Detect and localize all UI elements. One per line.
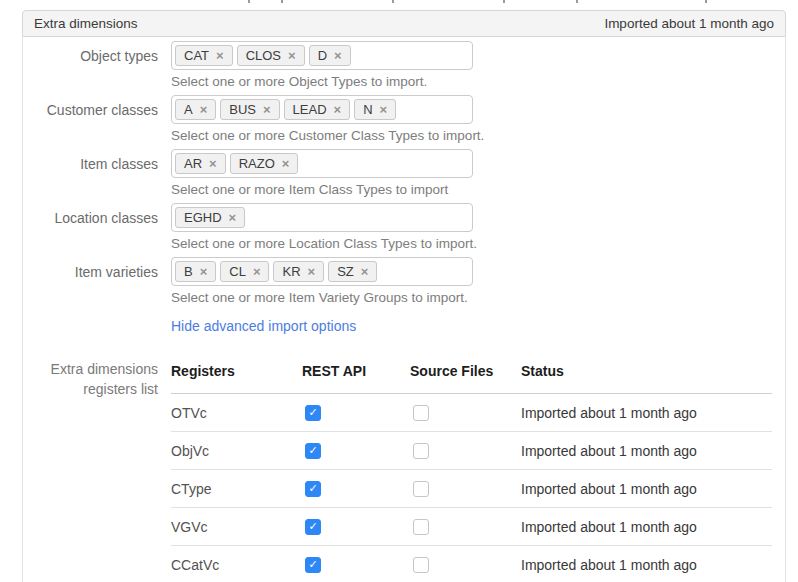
location-classes-input[interactable]: EGHD× [171, 203, 473, 232]
clipped-text-fragment [392, 0, 394, 3]
location-classes-help: Select one or more Location Class Types … [171, 236, 473, 251]
tag: EGHD× [175, 207, 245, 228]
customer-classes-help: Select one or more Customer Class Types … [171, 128, 473, 143]
tag: CLOS× [237, 45, 305, 66]
tag-label: CLOS [246, 46, 281, 65]
item-varieties-input[interactable]: B× CL× KR× SZ× [171, 257, 473, 286]
tag-label: CL [229, 262, 246, 281]
col-header-status: Status [521, 350, 772, 394]
tag-label: A [184, 100, 193, 119]
item-classes-input[interactable]: AR× RAZO× [171, 149, 473, 178]
remove-tag-icon[interactable]: × [200, 100, 208, 119]
object-types-label: Object types [23, 41, 158, 89]
tag: RAZO× [230, 153, 299, 174]
table-row: OTVc ✓ ✓ Imported about 1 month ago [171, 394, 772, 432]
location-classes-label: Location classes [23, 203, 158, 251]
check-icon: ✓ [306, 406, 320, 420]
remove-tag-icon[interactable]: × [200, 262, 208, 281]
tag-label: KR [282, 262, 300, 281]
source-files-checkbox[interactable]: ✓ [413, 405, 429, 421]
clipped-text-fragment [705, 0, 707, 3]
clipped-text-fragment [576, 0, 578, 3]
source-files-checkbox[interactable]: ✓ [413, 481, 429, 497]
tag-label: SZ [337, 262, 354, 281]
source-files-checkbox[interactable]: ✓ [413, 519, 429, 535]
clipped-text-fragment [248, 0, 250, 3]
table-header-row: Registers REST API Source Files Status [171, 350, 772, 394]
tag: B× [175, 261, 216, 282]
registers-list-label: Extra dimensions registers list [23, 350, 158, 582]
remove-tag-icon[interactable]: × [380, 100, 388, 119]
remove-tag-icon[interactable]: × [209, 154, 217, 173]
tag-label: LEAD [293, 100, 327, 119]
register-name: OTVc [171, 394, 302, 432]
tag: CL× [220, 261, 269, 282]
panel-body: Object types CAT× CLOS× D× Select one or… [22, 37, 786, 582]
rest-api-checkbox[interactable]: ✓ [305, 557, 321, 573]
tag-label: D [318, 46, 327, 65]
check-icon: ✓ [306, 558, 320, 572]
remove-tag-icon[interactable]: × [253, 262, 261, 281]
tag: KR× [273, 261, 324, 282]
tag-label: EGHD [184, 208, 222, 227]
hide-advanced-options-link[interactable]: Hide advanced import options [171, 318, 356, 334]
table-row: CType ✓ ✓ Imported about 1 month ago [171, 470, 772, 508]
table-row: CCatVc ✓ ✓ Imported about 1 month ago [171, 546, 772, 582]
tag: SZ× [328, 261, 377, 282]
remove-tag-icon[interactable]: × [288, 46, 296, 65]
clipped-text-fragment [503, 0, 505, 3]
tag: CAT× [175, 45, 233, 66]
remove-tag-icon[interactable]: × [334, 46, 342, 65]
form-row-item-classes: Item classes AR× RAZO× Select one or mor… [23, 149, 785, 197]
col-header-source-files: Source Files [410, 350, 521, 394]
remove-tag-icon[interactable]: × [229, 208, 237, 227]
rest-api-checkbox[interactable]: ✓ [305, 481, 321, 497]
remove-tag-icon[interactable]: × [263, 100, 271, 119]
tag-label: N [363, 100, 372, 119]
remove-tag-icon[interactable]: × [308, 262, 316, 281]
tag-label: BUS [229, 100, 256, 119]
item-classes-label: Item classes [23, 149, 158, 197]
status-text: Imported about 1 month ago [521, 508, 772, 546]
item-varieties-help: Select one or more Item Variety Groups t… [171, 290, 473, 305]
status-text: Imported about 1 month ago [521, 470, 772, 508]
customer-classes-label: Customer classes [23, 95, 158, 143]
form-row-customer-classes: Customer classes A× BUS× LEAD× N× Select… [23, 95, 785, 143]
source-files-checkbox[interactable]: ✓ [413, 557, 429, 573]
item-classes-help: Select one or more Item Class Types to i… [171, 182, 473, 197]
panel-title: Extra dimensions [34, 16, 138, 31]
remove-tag-icon[interactable]: × [361, 262, 369, 281]
rest-api-checkbox[interactable]: ✓ [305, 405, 321, 421]
object-types-input[interactable]: CAT× CLOS× D× [171, 41, 473, 70]
remove-tag-icon[interactable]: × [216, 46, 224, 65]
register-name: ObjVc [171, 432, 302, 470]
check-icon: ✓ [306, 520, 320, 534]
registers-list-section: Extra dimensions registers list Register… [23, 350, 785, 582]
table-row: ObjVc ✓ ✓ Imported about 1 month ago [171, 432, 772, 470]
tag: BUS× [220, 99, 279, 120]
customer-classes-input[interactable]: A× BUS× LEAD× N× [171, 95, 473, 124]
register-name: CCatVc [171, 546, 302, 582]
tag: D× [309, 45, 351, 66]
form-row-object-types: Object types CAT× CLOS× D× Select one or… [23, 41, 785, 89]
register-name: VGVc [171, 508, 302, 546]
status-text: Imported about 1 month ago [521, 394, 772, 432]
tag-label: B [184, 262, 193, 281]
tag: AR× [175, 153, 226, 174]
status-text: Imported about 1 month ago [521, 432, 772, 470]
col-header-rest-api: REST API [302, 350, 410, 394]
source-files-checkbox[interactable]: ✓ [413, 443, 429, 459]
tag: LEAD× [284, 99, 351, 120]
extra-dimensions-panel: Extra dimensions Imported about 1 month … [22, 10, 786, 582]
clipped-text-fragment [281, 0, 283, 3]
remove-tag-icon[interactable]: × [334, 100, 342, 119]
rest-api-checkbox[interactable]: ✓ [305, 443, 321, 459]
check-icon: ✓ [306, 482, 320, 496]
col-header-registers: Registers [171, 350, 302, 394]
rest-api-checkbox[interactable]: ✓ [305, 519, 321, 535]
check-icon: ✓ [306, 444, 320, 458]
form-row-location-classes: Location classes EGHD× Select one or mor… [23, 203, 785, 251]
register-name: CType [171, 470, 302, 508]
remove-tag-icon[interactable]: × [282, 154, 290, 173]
panel-imported-status: Imported about 1 month ago [604, 16, 774, 31]
